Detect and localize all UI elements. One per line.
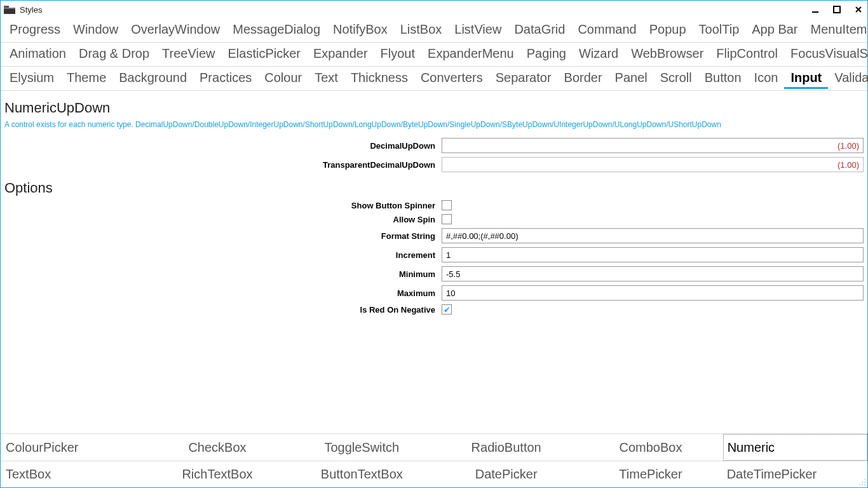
show-spinner-checkbox[interactable] <box>442 200 452 210</box>
tab-focusvisualstyle[interactable]: FocusVisualStyle <box>784 44 868 65</box>
section-heading: NumericUpDown <box>4 100 864 116</box>
tab-appbar[interactable]: App Bar <box>745 20 804 41</box>
tab-tooltip[interactable]: ToolTip <box>693 20 746 41</box>
tab-dragdrop[interactable]: Drag & Drop <box>72 44 156 65</box>
tab-input[interactable]: Input <box>784 68 828 89</box>
options-heading: Options <box>4 180 864 196</box>
maximize-button[interactable] <box>828 3 846 16</box>
tab-practices[interactable]: Practices <box>193 68 258 89</box>
tab-treeview[interactable]: TreeView <box>156 44 221 65</box>
tab-notifybox[interactable]: NotifyBox <box>327 20 394 41</box>
format-string-input[interactable] <box>442 228 864 243</box>
svg-point-12 <box>864 484 865 485</box>
svg-rect-3 <box>812 11 818 13</box>
svg-point-10 <box>859 484 860 485</box>
content-area: NumericUpDown A control exists for each … <box>1 91 867 433</box>
tab-validation[interactable]: Validation <box>828 68 868 89</box>
tab-datagrid[interactable]: DataGrid <box>508 20 571 41</box>
decimal-label: DecimalUpDown <box>4 141 437 151</box>
tab-icon[interactable]: Icon <box>748 68 785 89</box>
red-neg-label: Is Red On Negative <box>4 305 437 315</box>
allow-spin-checkbox[interactable] <box>442 214 452 224</box>
transparent-label: TransparentDecimalUpDown <box>4 160 437 170</box>
tab-converters[interactable]: Converters <box>414 68 489 89</box>
tab-expander[interactable]: Expander <box>307 44 374 65</box>
btab-checkbox[interactable]: CheckBox <box>145 434 289 461</box>
maximum-input[interactable] <box>442 285 864 301</box>
tab-command[interactable]: Command <box>571 20 642 41</box>
format-label: Format String <box>4 231 437 241</box>
red-neg-checkbox[interactable] <box>442 304 452 315</box>
close-button[interactable] <box>850 3 867 16</box>
tab-scroll[interactable]: Scroll <box>654 68 698 89</box>
tab-colour[interactable]: Colour <box>258 68 308 89</box>
top-tabs-row-1: Progress Window OverlayWindow MessageDia… <box>1 18 867 43</box>
bottom-tabs: ColourPicker CheckBox ToggleSwitch Radio… <box>1 433 867 487</box>
minimum-input[interactable] <box>442 266 864 281</box>
btab-radiobutton[interactable]: RadioButton <box>434 434 578 461</box>
increment-input[interactable] <box>442 247 864 262</box>
btab-numeric[interactable]: Numeric <box>723 434 867 461</box>
tab-listbox[interactable]: ListBox <box>394 20 449 41</box>
svg-point-8 <box>862 482 863 483</box>
tab-listview[interactable]: ListView <box>448 20 508 41</box>
minimum-label: Minimum <box>4 269 437 279</box>
svg-point-7 <box>864 479 865 480</box>
transparent-decimal-input[interactable] <box>442 157 864 172</box>
tab-menuitem[interactable]: MenuItem <box>804 20 868 41</box>
btab-buttontextbox[interactable]: ButtonTextBox <box>290 461 434 487</box>
maximum-label: Maximum <box>4 288 437 298</box>
svg-rect-4 <box>834 6 840 13</box>
svg-rect-2 <box>4 8 15 9</box>
btab-colourpicker[interactable]: ColourPicker <box>1 434 145 461</box>
tab-messagedialog[interactable]: MessageDialog <box>226 20 327 41</box>
btab-toggleswitch[interactable]: ToggleSwitch <box>290 434 434 461</box>
tab-text[interactable]: Text <box>308 68 344 89</box>
tab-expandermenu[interactable]: ExpanderMenu <box>421 44 520 65</box>
titlebar: Styles <box>1 1 867 18</box>
app-window: Styles Progress Window OverlayWindow Mes… <box>0 0 868 488</box>
tab-elasticpicker[interactable]: ElasticPicker <box>221 44 306 65</box>
tab-flipcontrol[interactable]: FlipControl <box>710 44 784 65</box>
top-tabs-row-3: Elysium Theme Background Practices Colou… <box>1 67 867 91</box>
tab-progress[interactable]: Progress <box>3 20 67 41</box>
allow-spin-label: Allow Spin <box>4 215 437 224</box>
tab-thickness[interactable]: Thickness <box>344 68 414 89</box>
tab-animation[interactable]: Animation <box>3 44 72 65</box>
btab-datepicker[interactable]: DatePicker <box>434 461 578 487</box>
tab-elysium[interactable]: Elysium <box>3 68 60 89</box>
resize-grip-icon[interactable] <box>858 478 866 486</box>
tab-button[interactable]: Button <box>698 68 748 89</box>
section-description: A control exists for each numeric type. … <box>4 120 864 129</box>
btab-textbox[interactable]: TextBox <box>1 461 145 487</box>
tab-popup[interactable]: Popup <box>643 20 693 41</box>
svg-point-9 <box>864 482 865 483</box>
tab-paging[interactable]: Paging <box>520 44 573 65</box>
increment-label: Increment <box>4 250 437 260</box>
decimal-updown-input[interactable] <box>442 138 864 153</box>
tab-theme[interactable]: Theme <box>60 68 112 89</box>
tab-wizard[interactable]: Wizard <box>573 44 625 65</box>
btab-combobox[interactable]: ComboBox <box>578 434 722 461</box>
options-form: Show Button Spinner Allow Spin Format St… <box>4 200 864 315</box>
minimize-button[interactable] <box>806 3 824 16</box>
tab-overlaywindow[interactable]: OverlayWindow <box>125 20 226 41</box>
demo-form: DecimalUpDown TransparentDecimalUpDown <box>4 138 864 172</box>
svg-point-11 <box>862 484 863 485</box>
btab-timepicker[interactable]: TimePicker <box>578 461 722 487</box>
tab-separator[interactable]: Separator <box>489 68 558 89</box>
top-tabs-row-2: Animation Drag & Drop TreeView ElasticPi… <box>1 43 867 67</box>
tab-background[interactable]: Background <box>112 68 193 89</box>
tab-panel[interactable]: Panel <box>609 68 654 89</box>
tab-window[interactable]: Window <box>67 20 125 41</box>
window-title: Styles <box>20 5 42 15</box>
tab-flyout[interactable]: Flyout <box>374 44 421 65</box>
btab-richtextbox[interactable]: RichTextBox <box>145 461 289 487</box>
tab-webbrowser[interactable]: WebBrowser <box>625 44 710 65</box>
btab-datetimepicker[interactable]: DateTimePicker <box>723 461 867 487</box>
show-spinner-label: Show Button Spinner <box>4 201 437 210</box>
tab-border[interactable]: Border <box>558 68 609 89</box>
app-icon <box>3 4 16 15</box>
